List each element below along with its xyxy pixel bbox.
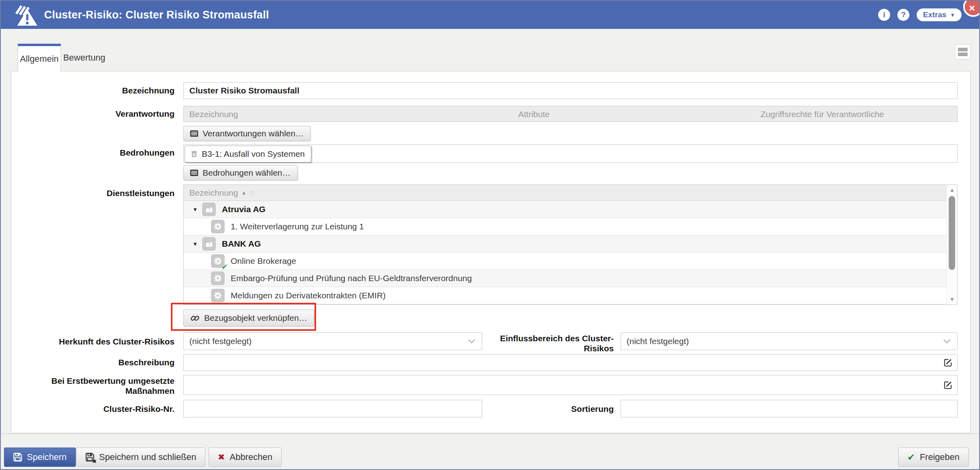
dienstleistungen-column-label: Bezeichnung [189,188,238,198]
info-icon: i [883,10,885,19]
checkmark-icon: ✔ [221,262,228,271]
table-scrollbar[interactable]: ▲ ▼ [946,185,957,304]
edit-pencil-icon[interactable] [943,380,953,390]
sort-descending-icon[interactable]: ▽ [250,190,254,196]
service-gear-icon: ✔ [211,254,225,268]
verantwortungen-waehlen-label: Verantwortungen wählen… [203,129,304,138]
table-row[interactable]: ✔ Online Brokerage [184,253,957,270]
titlebar-actions: i ? Extras ▼ [878,1,962,29]
verantwortung-col-zugriffsrechte: Zugriffsrechte für Verantwortliche [761,109,884,119]
dienstleistungen-table: Bezeichnung ▲ ▽ ▼ Atruvia AG 1. Weiterve… [183,184,958,305]
save-and-close-label: Speichern und schließen [99,452,196,462]
cluster-risiko-nr-label: Cluster-Risiko-Nr. [17,404,174,414]
bedrohungen-waehlen-label: Bedrohungen wählen… [203,168,291,178]
chain-link-icon [190,314,200,322]
save-label: Speichern [27,452,67,462]
bezugsobjekt-verknuepfen-button[interactable]: Bezugsobjekt verknüpfen… [183,310,314,326]
bezeichnung-input[interactable] [183,82,958,99]
cancel-button[interactable]: ✖ Abbrechen [209,448,282,467]
table-row[interactable]: ▼ BANK AG [184,235,957,253]
scroll-down-icon[interactable]: ▼ [947,296,958,302]
beschreibung-label: Beschreibung [17,358,174,368]
info-button[interactable]: i [878,9,890,21]
collapse-arrow-icon[interactable]: ▼ [193,241,202,247]
verantwortung-col-bezeichnung: Bezeichnung [189,109,238,119]
service-gear-icon [211,289,225,302]
trash-icon[interactable] [191,150,197,158]
layout-toggle-button[interactable] [955,44,971,59]
floppy-disk-icon [13,453,22,462]
table-row[interactable]: 1. Weiterverlagerung zur Leistung 1 [184,218,957,235]
row-label: Atruvia AG [222,205,266,214]
layout-rows-icon [958,48,968,51]
dienstleistungen-label: Dienstleistungen [17,188,174,199]
cluster-risiko-nr-input[interactable] [183,400,482,417]
cancel-label: Abbrechen [230,452,272,462]
herkunft-dropdown[interactable]: (nicht festgelegt) [183,332,482,350]
footer-bar: Speichern ✖ Speichern und schließen ✖ Ab… [1,434,979,469]
chevron-down-icon [468,339,475,344]
collapse-arrow-icon[interactable]: ▼ [193,207,202,213]
herkunft-label: Herkunft des Cluster-Risikos [17,337,174,347]
sort-ascending-icon[interactable]: ▲ [241,190,246,196]
beschreibung-field[interactable] [183,354,958,371]
cancel-x-icon: ✖ [218,452,225,462]
chevron-down-icon [943,339,951,344]
edit-pencil-icon[interactable] [943,358,953,367]
erstbewertung-field[interactable] [183,375,958,395]
tab-allgemein-label: Allgemein [20,54,59,64]
bezugsobjekt-verknuepfen-label: Bezugsobjekt verknüpfen… [204,313,307,323]
row-label: Embargo-Prüfung und Prüfung nach EU-Geld… [231,273,472,283]
sortierung-label: Sortierung [489,404,614,414]
verantwortungen-waehlen-button[interactable]: Verantwortungen wählen… [183,126,310,141]
help-button[interactable]: ? [897,9,909,21]
dienstleistungen-column-header[interactable]: Bezeichnung ▲ ▽ [184,185,957,201]
einflussbereich-value: (nicht festgelegt) [627,336,689,346]
einflussbereich-dropdown[interactable]: (nicht festgelegt) [621,332,958,350]
row-label: Online Brokerage [231,256,296,266]
service-gear-icon [211,271,225,285]
einflussbereich-label: Einflussbereich des Cluster-Risikos [489,334,614,354]
floppy-disk-close-icon: ✖ [85,453,94,462]
organization-icon [202,203,216,216]
release-button[interactable]: ✔ Freigeben [898,448,969,467]
cluster-risk-warning-icon [12,4,38,26]
bedrohung-chip[interactable]: B3-1: Ausfall von Systemen [185,146,311,162]
bedrohung-chip-label: B3-1: Ausfall von Systemen [202,149,305,159]
erstbewertung-label: Bei Erstbewertung umgesetzte Maßnahmen [17,376,174,396]
table-row[interactable]: Meldungen zu Derivatekontrakten (EMIR) [184,287,957,304]
release-label: Freigeben [920,452,960,462]
title-bar: Cluster-Risiko: Cluster Risiko Stromausf… [1,1,979,29]
tab-bewertung-label: Bewertung [63,53,105,63]
verantwortung-col-attribute: Attribute [518,109,550,119]
save-button[interactable]: Speichern [4,448,76,467]
sortierung-input[interactable] [621,400,958,417]
row-label: 1. Weiterverlagerung zur Leistung 1 [231,222,364,231]
table-row[interactable]: Embargo-Prüfung und Prüfung nach EU-Geld… [184,270,957,287]
bedrohungen-waehlen-button[interactable]: Bedrohungen wählen… [183,165,298,180]
herkunft-value: (nicht festgelegt) [189,336,252,346]
table-row[interactable]: ▼ Atruvia AG [184,201,957,218]
verantwortung-label: Verantwortung [17,109,174,119]
table-icon [190,130,198,137]
dienstleistungen-rows: ▼ Atruvia AG 1. Weiterverlagerung zur Le… [184,201,957,304]
row-label: Meldungen zu Derivatekontrakten (EMIR) [231,291,386,300]
verantwortung-table-header: Bezeichnung Attribute Zugriffsrechte für… [183,106,958,122]
dialog-window: Cluster-Risiko: Cluster Risiko Stromausf… [0,0,980,470]
tab-bewertung[interactable]: Bewertung [61,44,108,71]
close-icon: × [969,2,975,14]
scrollbar-thumb[interactable] [949,196,955,270]
scroll-up-icon[interactable]: ▲ [947,187,958,193]
bezeichnung-label: Bezeichnung [17,86,174,96]
help-icon: ? [901,10,906,19]
extras-button[interactable]: Extras ▼ [917,8,962,21]
service-gear-icon [211,220,225,233]
extras-label: Extras [923,10,946,19]
bedrohungen-label: Bedrohungen [17,148,174,158]
row-label: BANK AG [222,239,261,249]
organization-icon [202,237,216,251]
tab-allgemein[interactable]: Allgemein [18,44,61,71]
table-icon [190,170,198,176]
save-and-close-button[interactable]: ✖ Speichern und schließen [76,448,205,467]
page-title: Cluster-Risiko: Cluster Risiko Stromausf… [44,9,269,21]
